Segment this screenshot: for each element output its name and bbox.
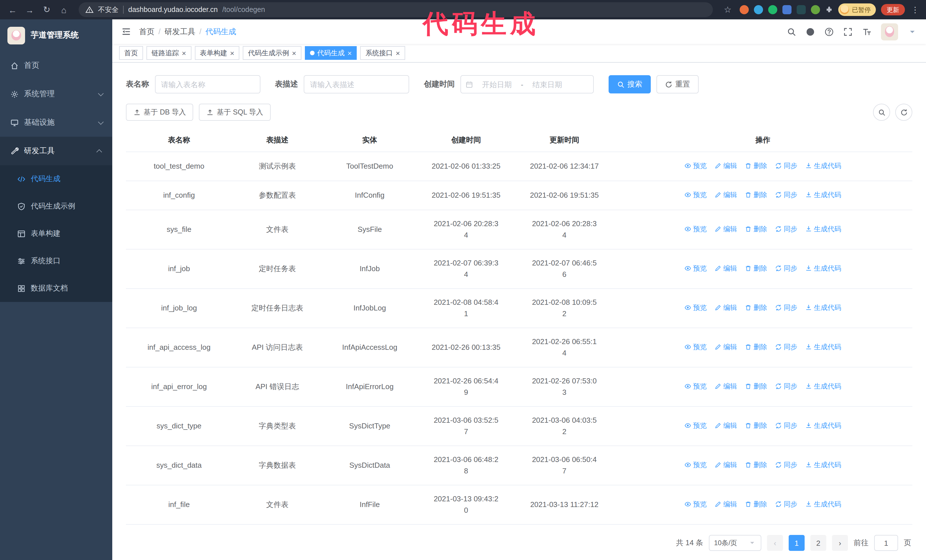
help-icon[interactable] xyxy=(825,27,834,36)
user-avatar[interactable] xyxy=(881,23,898,40)
start-date-input[interactable] xyxy=(475,80,519,89)
generate-code-link[interactable]: 生成代码 xyxy=(805,160,841,172)
search-icon[interactable] xyxy=(787,27,796,36)
delete-link[interactable]: 删除 xyxy=(745,459,767,471)
delete-link[interactable]: 删除 xyxy=(745,160,767,172)
refresh-table-button[interactable] xyxy=(895,104,912,121)
edit-link[interactable]: 编辑 xyxy=(715,380,737,392)
tab-close-icon[interactable]: × xyxy=(348,49,352,57)
table-desc-input[interactable] xyxy=(304,75,409,94)
generate-code-link[interactable]: 生成代码 xyxy=(805,302,841,313)
edit-link[interactable]: 编辑 xyxy=(715,223,737,235)
preview-link[interactable]: 预览 xyxy=(685,223,707,235)
security-label[interactable]: 不安全 xyxy=(98,5,118,15)
sidebar-item-system-management[interactable]: 系统管理 xyxy=(0,80,112,108)
sync-link[interactable]: 同步 xyxy=(775,459,797,471)
preview-link[interactable]: 预览 xyxy=(685,160,707,172)
tab[interactable]: 首页 × xyxy=(119,46,143,60)
caret-down-icon[interactable] xyxy=(908,27,917,36)
edit-link[interactable]: 编辑 xyxy=(715,341,737,353)
date-range-picker[interactable]: - xyxy=(460,75,594,94)
extensions-puzzle-icon[interactable] xyxy=(825,6,833,14)
sidebar-item-form-builder[interactable]: 表单构建 xyxy=(0,220,112,247)
delete-link[interactable]: 删除 xyxy=(745,498,767,510)
browser-back-icon[interactable]: ← xyxy=(6,3,20,17)
sidebar-item-home[interactable]: 首页 xyxy=(0,51,112,80)
edit-link[interactable]: 编辑 xyxy=(715,498,737,510)
extension-icon-3[interactable] xyxy=(768,5,777,14)
goto-page-input[interactable] xyxy=(874,535,898,551)
browser-menu-icon[interactable]: ⋮ xyxy=(910,5,920,14)
tab[interactable]: 表单构建 × xyxy=(195,46,239,60)
tab-close-icon[interactable]: × xyxy=(230,49,234,57)
breadcrumb-item-home[interactable]: 首页 xyxy=(139,27,154,37)
generate-code-link[interactable]: 生成代码 xyxy=(805,380,841,392)
sidebar-item-db-docs[interactable]: 数据库文档 xyxy=(0,275,112,302)
tab-close-icon[interactable]: × xyxy=(292,49,296,57)
page-number-button[interactable]: 1 xyxy=(789,535,805,551)
delete-link[interactable]: 删除 xyxy=(745,189,767,201)
sidebar-item-system-api[interactable]: 系统接口 xyxy=(0,247,112,275)
generate-code-link[interactable]: 生成代码 xyxy=(805,420,841,431)
sync-link[interactable]: 同步 xyxy=(775,223,797,235)
table-name-input[interactable] xyxy=(155,75,260,94)
sync-link[interactable]: 同步 xyxy=(775,263,797,274)
sync-link[interactable]: 同步 xyxy=(775,302,797,313)
address-bar[interactable]: 不安全 dashboard.yudao.iocoder.cn/tool/code… xyxy=(79,2,713,17)
generate-code-link[interactable]: 生成代码 xyxy=(805,498,841,510)
generate-code-link[interactable]: 生成代码 xyxy=(805,341,841,353)
page-size-select[interactable]: 10条/页 xyxy=(709,535,761,551)
edit-link[interactable]: 编辑 xyxy=(715,420,737,431)
edit-link[interactable]: 编辑 xyxy=(715,459,737,471)
profile-paused-badge[interactable]: 已暂停 xyxy=(838,3,876,16)
extension-icon-5[interactable] xyxy=(797,5,806,14)
edit-link[interactable]: 编辑 xyxy=(715,302,737,313)
delete-link[interactable]: 删除 xyxy=(745,420,767,431)
sync-link[interactable]: 同步 xyxy=(775,420,797,431)
preview-link[interactable]: 预览 xyxy=(685,459,707,471)
sync-link[interactable]: 同步 xyxy=(775,498,797,510)
extension-icon-1[interactable] xyxy=(740,5,749,14)
sync-link[interactable]: 同步 xyxy=(775,380,797,392)
browser-reload-icon[interactable]: ↻ xyxy=(40,3,54,17)
sync-link[interactable]: 同步 xyxy=(775,160,797,172)
end-date-input[interactable] xyxy=(526,80,569,89)
github-icon[interactable] xyxy=(806,27,815,36)
search-button[interactable]: 搜索 xyxy=(608,75,651,94)
delete-link[interactable]: 删除 xyxy=(745,223,767,235)
delete-link[interactable]: 删除 xyxy=(745,341,767,353)
preview-link[interactable]: 预览 xyxy=(685,420,707,431)
preview-link[interactable]: 预览 xyxy=(685,498,707,510)
extension-icon-2[interactable] xyxy=(754,5,763,14)
delete-link[interactable]: 删除 xyxy=(745,380,767,392)
sync-link[interactable]: 同步 xyxy=(775,189,797,201)
reset-button[interactable]: 重置 xyxy=(657,75,699,94)
prev-page-button[interactable]: ‹ xyxy=(767,535,783,551)
tab[interactable]: 链路追踪 × xyxy=(147,46,191,60)
page-number-button[interactable]: 2 xyxy=(810,535,826,551)
app-logo[interactable]: 芋道管理系统 xyxy=(0,20,112,51)
generate-code-link[interactable]: 生成代码 xyxy=(805,459,841,471)
preview-link[interactable]: 预览 xyxy=(685,189,707,201)
font-size-icon[interactable] xyxy=(862,27,871,36)
import-sql-button[interactable]: 基于 SQL 导入 xyxy=(199,104,271,121)
edit-link[interactable]: 编辑 xyxy=(715,263,737,274)
extension-icon-6[interactable] xyxy=(811,5,820,14)
edit-link[interactable]: 编辑 xyxy=(715,160,737,172)
tab-close-icon[interactable]: × xyxy=(396,49,400,57)
import-db-button[interactable]: 基于 DB 导入 xyxy=(126,104,194,121)
sidebar-item-infrastructure[interactable]: 基础设施 xyxy=(0,108,112,137)
browser-update-button[interactable]: 更新 xyxy=(881,4,905,15)
tab[interactable]: 代码生成 × xyxy=(305,46,357,60)
sidebar-item-codegen[interactable]: 代码生成 xyxy=(0,165,112,193)
browser-home-icon[interactable]: ⌂ xyxy=(57,3,71,17)
preview-link[interactable]: 预览 xyxy=(685,380,707,392)
fullscreen-icon[interactable] xyxy=(843,27,852,36)
generate-code-link[interactable]: 生成代码 xyxy=(805,263,841,274)
delete-link[interactable]: 删除 xyxy=(745,263,767,274)
delete-link[interactable]: 删除 xyxy=(745,302,767,313)
extension-icon-4[interactable] xyxy=(782,5,791,14)
tab-close-icon[interactable]: × xyxy=(182,49,186,57)
sidebar-item-codegen-example[interactable]: 代码生成示例 xyxy=(0,193,112,220)
generate-code-link[interactable]: 生成代码 xyxy=(805,223,841,235)
